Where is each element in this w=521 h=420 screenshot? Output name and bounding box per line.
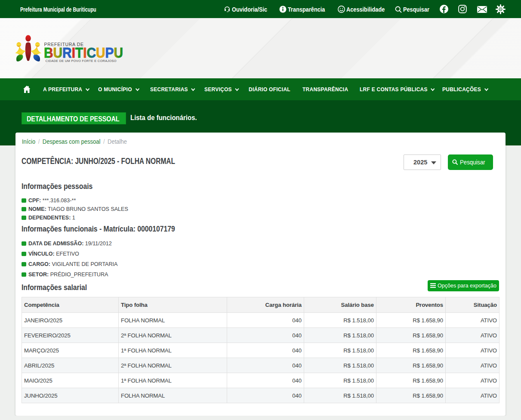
svg-text:BURITICUPU: BURITICUPU — [44, 44, 123, 61]
svg-text:CIDADE DE UM POVO FORTE E CORA: CIDADE DE UM POVO FORTE E CORAJOSO — [46, 59, 117, 63]
